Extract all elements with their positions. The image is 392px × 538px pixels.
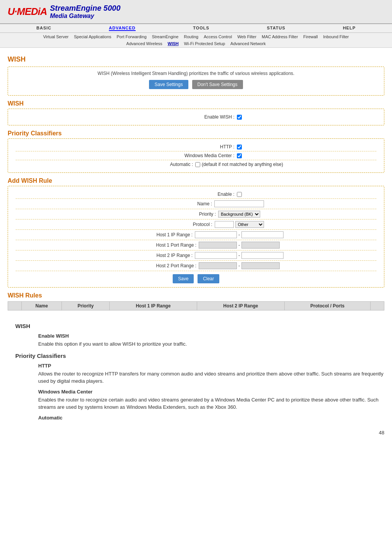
host2-ip-row: Host 2 IP Range : -	[16, 250, 376, 261]
nav-status[interactable]: STATUS	[267, 26, 285, 31]
doc-wmc-h: Windows Media Center	[38, 389, 384, 395]
no-save-settings-button[interactable]: Don't Save Settings	[192, 80, 243, 89]
add-wish-rule-title: Add WISH Rule	[8, 177, 384, 184]
host1-port-dash: -	[238, 242, 240, 248]
enable-wish-checkbox[interactable]	[237, 115, 242, 120]
rule-protocol-label: Protocol :	[128, 222, 212, 227]
logo-umedia: U·MEDiA	[8, 6, 47, 18]
subnav-routing[interactable]: Routing	[184, 34, 198, 39]
enable-wish-row: Enable WISH :	[16, 113, 376, 121]
rule-enable-label: Enable :	[151, 192, 235, 197]
rule-enable-value	[237, 192, 242, 197]
host1-port-value: -	[199, 242, 280, 249]
wish-enable-box: Enable WISH :	[8, 109, 384, 125]
http-value	[237, 145, 242, 150]
host1-ip-value: -	[195, 231, 283, 238]
host1-ip-dash: -	[238, 232, 240, 237]
subnav-wish[interactable]: WISH	[168, 41, 179, 46]
wish-desc: WISH (Wireless Intelligent Stream Handli…	[16, 71, 376, 76]
doc-wmc-p: Enables the router to recognize certain …	[38, 396, 384, 411]
rule-protocol-row: Protocol : Other TCP UDP TCP/UDP ICMP	[16, 219, 376, 230]
host2-ip-start[interactable]	[195, 252, 237, 259]
nav-main: BASIC ADVANCED TOOLS STATUS HELP	[0, 24, 392, 33]
rule-save-button[interactable]: Save	[173, 274, 194, 283]
host1-port-start[interactable]	[199, 242, 237, 249]
logo-stream: StreamEngine 5000	[50, 4, 121, 13]
subnav-special-apps[interactable]: Special Applications	[74, 34, 111, 39]
doc-enable-wish-p: Enable this option if you want to allow …	[38, 340, 384, 348]
subnav-advanced-network[interactable]: Advanced Network	[230, 41, 266, 46]
logo: U·MEDiA StreamEngine 5000 Media Gateway	[8, 4, 120, 20]
subnav-port-forwarding[interactable]: Port Forwarding	[117, 34, 146, 39]
rule-priority-row: Priority : Background (BK) Best Effort (…	[16, 209, 376, 219]
rule-protocol-input[interactable]	[215, 221, 234, 228]
host2-ip-end[interactable]	[241, 252, 283, 259]
rule-protocol-select[interactable]: Other TCP UDP TCP/UDP ICMP	[235, 221, 264, 228]
rule-priority-select[interactable]: Background (BK) Best Effort (BE) Video (…	[218, 211, 260, 218]
subnav-firewall[interactable]: Firewall	[303, 34, 318, 39]
subnav-wifi-protected[interactable]: Wi-Fi Protected Setup	[184, 41, 225, 46]
nav-tools[interactable]: TOOLS	[193, 26, 209, 31]
wish-rules-table-wrap: Name Priority Host 1 IP Range Host 2 IP …	[8, 301, 384, 310]
col-host2-ip: Host 2 IP Range	[197, 302, 284, 310]
host1-port-label: Host 1 Port Range :	[112, 242, 196, 248]
wish-rules-title: WISH Rules	[8, 292, 384, 299]
doc-http-p: Allows the router to recognize HTTP tran…	[38, 370, 384, 385]
col-empty2	[370, 302, 384, 310]
main-content: WISH WISH (Wireless Intelligent Stream H…	[0, 48, 392, 314]
subnav-mac-filter[interactable]: MAC Address Filter	[262, 34, 298, 39]
doc-wish-h: WISH	[15, 323, 384, 329]
priority-classifiers-title: Priority Classifiers	[8, 130, 384, 137]
http-row: HTTP :	[16, 143, 376, 151]
subnav-advanced-wireless[interactable]: Advanced Wireless	[126, 41, 162, 46]
wish-section-title: WISH	[8, 100, 384, 107]
rule-enable-checkbox[interactable]	[237, 192, 242, 197]
host2-port-value: -	[199, 262, 280, 269]
host1-ip-start[interactable]	[195, 231, 237, 238]
host1-ip-label: Host 1 IP Range :	[109, 232, 193, 237]
http-label: HTTP :	[151, 144, 235, 150]
rule-priority-label: Priority :	[132, 211, 216, 217]
rule-name-label: Name :	[128, 201, 212, 206]
host2-port-row: Host 2 Port Range : -	[16, 261, 376, 271]
col-empty1	[8, 302, 22, 310]
host1-ip-row: Host 1 IP Range : -	[16, 230, 376, 240]
subnav-streamengine[interactable]: StreamEngine	[152, 34, 179, 39]
auto-checkbox[interactable]	[195, 162, 200, 167]
enable-wish-value	[237, 115, 242, 120]
http-checkbox[interactable]	[237, 145, 242, 150]
doc-section: WISH Enable WISH Enable this option if y…	[0, 314, 392, 426]
host1-ip-end[interactable]	[241, 231, 283, 238]
nav-advanced[interactable]: ADVANCED	[109, 26, 136, 31]
nav-basic[interactable]: BASIC	[36, 26, 51, 31]
subnav-virtual-server[interactable]: Virtual Server	[43, 34, 68, 39]
host1-port-end[interactable]	[241, 242, 280, 249]
auto-label: Automatic :	[109, 162, 193, 167]
wmc-label: Windows Media Center :	[151, 153, 235, 158]
host2-ip-dash: -	[238, 253, 240, 258]
nav-help[interactable]: HELP	[343, 26, 355, 31]
subnav-inbound-filter[interactable]: Inbound Filter	[323, 34, 349, 39]
host2-port-end[interactable]	[241, 262, 280, 269]
wmc-checkbox[interactable]	[237, 153, 242, 158]
host2-port-start[interactable]	[199, 262, 237, 269]
auto-value: (default if not matched by anything else…	[195, 162, 283, 167]
subnav-access-control[interactable]: Access Control	[204, 34, 232, 39]
auto-note: (default if not matched by anything else…	[202, 162, 283, 167]
nav-sub2: Advanced Wireless WISH Wi-Fi Protected S…	[0, 41, 392, 47]
rule-enable-row: Enable :	[16, 190, 376, 199]
page-number: 48	[0, 426, 392, 439]
button-row: Save Settings Don't Save Settings	[16, 80, 376, 89]
rule-clear-button[interactable]: Clear	[198, 274, 219, 283]
rule-priority-value: Background (BK) Best Effort (BE) Video (…	[218, 211, 260, 218]
nav-sub: Virtual Server Special Applications Port…	[0, 33, 392, 41]
host2-port-dash: -	[238, 263, 240, 268]
host2-ip-label: Host 2 IP Range :	[109, 253, 193, 258]
host2-ip-value: -	[195, 252, 283, 259]
rule-protocol-value: Other TCP UDP TCP/UDP ICMP	[215, 221, 264, 228]
auto-row: Automatic : (default if not matched by a…	[16, 160, 376, 169]
enable-wish-label: Enable WISH :	[151, 114, 235, 120]
subnav-web-filter[interactable]: Web Filter	[237, 34, 256, 39]
rule-name-input[interactable]	[214, 200, 264, 207]
save-settings-button[interactable]: Save Settings	[149, 80, 188, 89]
